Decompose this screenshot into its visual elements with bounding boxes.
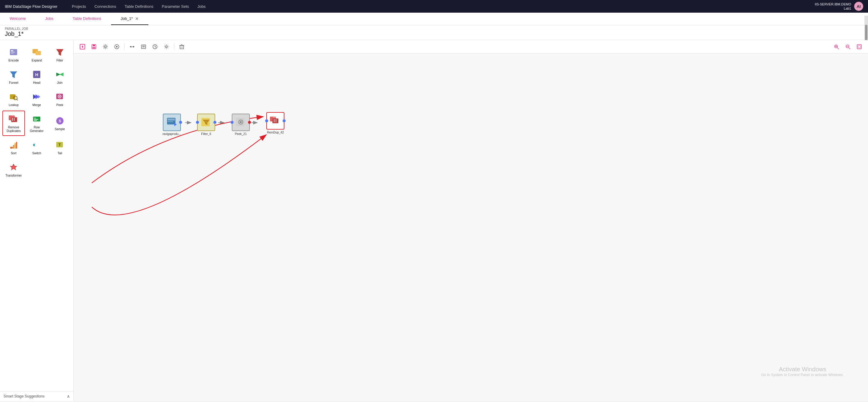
sidebar-item-peek[interactable]: Peek (49, 88, 71, 110)
sidebar-item-encode[interactable]: Encode (2, 44, 25, 65)
node-peek21[interactable]: Peek_21 (232, 114, 250, 136)
svg-line-69 (849, 48, 850, 49)
schedule-button[interactable] (150, 41, 160, 52)
sidebar-item-head[interactable]: H Head (26, 66, 48, 88)
node-box-filter6[interactable] (197, 114, 215, 131)
port-remdup42-left[interactable] (265, 119, 268, 122)
sidebar-item-filter[interactable]: Filter (49, 44, 71, 65)
head-label: Head (33, 81, 40, 85)
user-avatar[interactable]: AI (854, 2, 863, 11)
tab-table-definitions[interactable]: Table Definitions (63, 13, 111, 25)
svg-rect-46 (92, 47, 95, 49)
tab-jobs[interactable]: Jobs (35, 13, 63, 25)
row-generator-label: Row Generator (27, 126, 46, 133)
back-button[interactable] (78, 41, 88, 52)
switch-label: Switch (32, 151, 41, 155)
zoom-out-button[interactable] (843, 41, 853, 52)
nav-parameter-sets[interactable]: Parameter Sets (162, 4, 189, 9)
server-name: IIS-SERVER.IBM.DEMO (815, 2, 851, 6)
sidebar-item-lookup[interactable]: Lookup (2, 88, 25, 110)
port-filter6-left[interactable] (196, 121, 199, 124)
sidebar-item-merge[interactable]: Merge (26, 88, 48, 110)
sidebar-footer[interactable]: Smart Stage Suggestions ∧ (0, 391, 73, 401)
sidebar-item-join[interactable]: Join (49, 66, 71, 88)
svg-point-20 (59, 96, 60, 97)
merge-icon (31, 91, 42, 102)
tail-icon: T (55, 140, 65, 150)
run-button[interactable] (112, 41, 122, 52)
svg-rect-34 (14, 143, 16, 149)
row-generator-icon (31, 114, 42, 124)
settings-button[interactable] (100, 41, 111, 52)
link-button[interactable] (127, 41, 137, 52)
svg-rect-5 (35, 51, 41, 55)
nav-connections[interactable]: Connections (94, 4, 116, 9)
port-peek21-left[interactable] (230, 121, 234, 124)
sidebar-item-tail[interactable]: T Tail (49, 137, 71, 158)
save-button[interactable] (89, 41, 99, 52)
lab-name: Lab1 (815, 6, 851, 10)
svg-point-47 (104, 46, 106, 48)
svg-rect-81 (168, 121, 173, 122)
port-filter6-right[interactable] (213, 121, 216, 124)
expand-icon (31, 47, 42, 58)
svg-rect-32 (10, 147, 13, 149)
lookup-label: Lookup (9, 103, 19, 107)
node-source[interactable]: ravigaprodu... (162, 114, 181, 136)
tab-bar: Welcome Jobs Table Definitions Job_1* ✕ (0, 13, 868, 25)
switch-icon (31, 140, 42, 150)
tab-welcome[interactable]: Welcome (0, 13, 35, 25)
gear-button[interactable] (161, 41, 172, 52)
node-filter6[interactable]: Filter_6 (197, 114, 215, 136)
nav-links: Projects Connections Table Definitions P… (72, 4, 805, 9)
node-box-remdup42[interactable] (266, 112, 284, 130)
svg-rect-53 (142, 46, 145, 47)
svg-line-14 (17, 99, 18, 100)
sidebar-item-funnel[interactable]: Funnel (2, 66, 25, 88)
sidebar-item-transformer[interactable]: Transformer (2, 159, 25, 180)
remove-duplicates-icon (8, 114, 19, 124)
view-button[interactable] (138, 41, 149, 52)
smart-stage-label: Smart Stage Suggestions (4, 394, 44, 398)
svg-marker-11 (59, 73, 63, 76)
nav-table-definitions[interactable]: Table Definitions (125, 4, 153, 9)
svg-rect-71 (857, 45, 861, 49)
nav-jobs[interactable]: Jobs (197, 4, 206, 9)
zoom-in-button[interactable] (831, 41, 841, 52)
canvas[interactable]: ravigaprodu... Filter_6 (74, 53, 868, 401)
delete-button[interactable] (177, 41, 187, 52)
sidebar-item-row-generator[interactable]: Row Generator (26, 111, 48, 136)
sidebar-item-sort[interactable]: Sort (2, 137, 25, 158)
close-icon[interactable]: ✕ (135, 16, 139, 21)
sidebar-item-switch[interactable]: Switch (26, 137, 48, 158)
tab-job1[interactable]: Job_1* ✕ (111, 13, 148, 25)
main-layout: Encode Expand Filter (0, 40, 868, 401)
top-navigation: IBM DataStage Flow Designer Projects Con… (0, 0, 868, 13)
sidebar-item-remove-duplicates[interactable]: Remove Duplicates (2, 111, 25, 136)
watermark-subtitle: Go to System in Control Panel to activat… (761, 373, 844, 377)
svg-rect-72 (858, 46, 861, 48)
filter-icon (55, 47, 65, 58)
node-filter6-label: Filter_6 (201, 132, 211, 136)
sidebar-item-expand[interactable]: Expand (26, 44, 48, 65)
svg-rect-2 (11, 52, 15, 52)
user-area: IIS-SERVER.IBM.DEMO Lab1 AI (815, 2, 863, 11)
node-box-peek21[interactable] (232, 114, 250, 131)
sort-icon (8, 140, 19, 150)
node-box-source[interactable] (163, 114, 181, 131)
svg-marker-17 (38, 95, 40, 98)
node-remdup42[interactable]: RemDup_42 (266, 112, 284, 134)
port-peek21-right[interactable] (248, 121, 251, 124)
port-source-right[interactable] (179, 121, 182, 124)
node-peek21-label: Peek_21 (235, 132, 247, 136)
merge-label: Merge (32, 103, 41, 107)
sidebar-item-sample[interactable]: S Sample (49, 111, 71, 136)
port-remdup42-right[interactable] (283, 119, 286, 122)
svg-rect-54 (142, 47, 145, 47)
svg-line-57 (155, 47, 156, 47)
funnel-label: Funnel (9, 81, 18, 85)
sample-label: Sample (55, 127, 65, 131)
fit-button[interactable] (854, 41, 864, 52)
lookup-icon (8, 91, 19, 102)
nav-projects[interactable]: Projects (72, 4, 86, 9)
